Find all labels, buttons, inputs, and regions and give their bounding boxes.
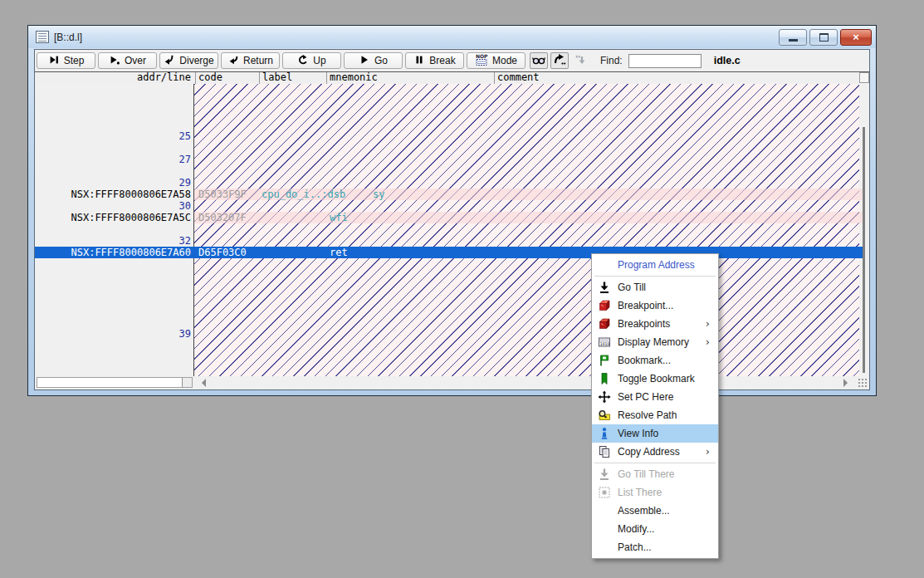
minimize-icon [789, 39, 798, 42]
scroll-right-arrow[interactable] [843, 379, 848, 387]
menu-item-label: Toggle Bookmark [618, 373, 695, 385]
scrollbar-top-box[interactable] [859, 72, 869, 83]
menu-item-breakpoint[interactable]: Breakpoint... [592, 296, 718, 315]
menu-item-toggle-bookmark[interactable]: Toggle Bookmark [592, 370, 718, 388]
vertical-scrollbar-thumb[interactable] [863, 127, 865, 373]
toolbar-button-go[interactable]: Go [344, 52, 403, 69]
menu-item-label: Go Till [618, 282, 646, 293]
toolbar-icon-buttons [530, 52, 589, 69]
submenu-arrow-icon: › [706, 317, 710, 330]
submenu-arrow-icon: › [706, 336, 710, 348]
source-line-row[interactable]: 25 [35, 130, 863, 142]
menu-item-label: Breakpoint... [618, 300, 673, 311]
toolbar-button-label: Mode [492, 55, 517, 66]
close-button[interactable]: × [840, 29, 872, 46]
menu-item-label: List There [618, 487, 662, 498]
menu-item-go-till[interactable]: Go Till [592, 278, 718, 296]
bottom-scrollbar-row [35, 376, 869, 389]
copy-address-icon [598, 445, 611, 458]
menu-item-view-info[interactable]: View Info [592, 424, 718, 443]
source-line-row[interactable]: 30 [35, 200, 863, 212]
toolbar-button-label: Break [429, 55, 455, 66]
context-menu: Program Address Go TillBreakpoint...Brea… [591, 253, 719, 559]
find-input[interactable] [628, 54, 702, 68]
address-column-scrollbar-thumb[interactable] [182, 378, 192, 387]
menu-item-resolve-path[interactable]: Resolve Path [592, 406, 718, 424]
column-header-mnemonic: mnemonic [330, 72, 378, 83]
column-header-label: label [262, 72, 292, 83]
source-line-row[interactable]: 39 [35, 328, 863, 340]
breakpoints-icon [598, 317, 611, 331]
menu-item-patch[interactable]: Patch... [592, 538, 718, 556]
breakpoint-icon [598, 299, 611, 312]
break-icon [413, 54, 425, 68]
go-till-disabled-icon [598, 468, 611, 481]
toolbar-button-mode[interactable]: NOPMode [467, 52, 526, 69]
source-line-row[interactable]: 27 [35, 154, 863, 165]
glasses-icon [532, 53, 545, 69]
menu-item-display-memory[interactable]: 1010Display Memory› [592, 333, 718, 351]
toolbar: StepOverDivergeReturnUpGoBreakNOPMode Fi… [35, 50, 869, 71]
find-glasses-button[interactable] [530, 52, 548, 69]
disassembly-listing: addr/linecodelabelmnemoniccomment 252729… [35, 71, 869, 389]
instruction-address: NSX:FFFF8000806E7A60 [35, 247, 191, 258]
no-icon [598, 541, 611, 554]
menu-item-modify[interactable]: Modify... [592, 520, 718, 538]
descend-button [571, 52, 589, 69]
menu-item-label: Modify... [618, 523, 654, 535]
instruction-text: D65F03C0 [198, 247, 247, 258]
instruction-text: ret [330, 247, 348, 258]
menu-item-breakpoints[interactable]: Breakpoints› [592, 315, 718, 333]
menu-item-label: Go Till There [618, 468, 674, 480]
column-separator [259, 72, 260, 84]
scroll-left-arrow[interactable] [202, 379, 206, 387]
list-there-disabled-icon [598, 486, 611, 499]
source-line-row[interactable]: 32 [35, 235, 863, 247]
toolbar-button-diverge[interactable]: Diverge [159, 52, 218, 69]
selected-instruction-row[interactable]: NSX:FFFF8000806E7A60D65F03C0ret [35, 247, 863, 258]
menu-item-label: Patch... [618, 541, 652, 553]
bookmark-icon [598, 354, 611, 367]
line-number: 29 [35, 177, 191, 189]
menu-separator [594, 463, 716, 463]
maximize-button[interactable] [809, 29, 838, 46]
display-memory-icon: 1010 [598, 336, 611, 349]
toolbar-button-return[interactable]: Return [221, 52, 280, 69]
column-header-addr-line: addr/line [35, 72, 191, 83]
menu-item-label: Copy Address [618, 446, 680, 458]
toolbar-button-step[interactable]: Step [37, 52, 95, 69]
window-controls: × [779, 29, 872, 46]
minimize-button[interactable] [779, 29, 807, 46]
menu-item-assemble[interactable]: Assemble... [592, 502, 718, 520]
instruction-row[interactable]: NSX:FFFF8000806E7A5CD503207Fwfi [194, 212, 863, 223]
toolbar-button-over[interactable]: Over [98, 52, 157, 69]
window-resize-grip[interactable] [858, 379, 868, 388]
client-area: StepOverDivergeReturnUpGoBreakNOPMode Fi… [34, 49, 870, 390]
go-till-icon [598, 281, 611, 294]
menu-item-label: Resolve Path [618, 409, 677, 421]
source-line-row[interactable]: 29 [35, 177, 863, 189]
menu-item-copy-address[interactable]: Copy Address› [592, 443, 718, 461]
toolbar-button-up[interactable]: Up [282, 52, 341, 69]
menu-item-list-there: List There [592, 483, 718, 502]
go-to-top-button[interactable] [550, 52, 569, 69]
instruction-opcode: D5033F9F [198, 189, 247, 200]
title-bar[interactable]: [B::d.l] × [28, 26, 876, 48]
menu-item-set-pc-here[interactable]: Set PC Here [592, 388, 718, 406]
toolbar-button-break[interactable]: Break [405, 52, 464, 69]
column-header-comment: comment [497, 72, 540, 83]
line-number: 27 [35, 154, 191, 165]
address-column-scrollbar[interactable] [37, 377, 193, 388]
instruction-address: NSX:FFFF8000806E7A58 [35, 189, 191, 200]
instruction-row[interactable]: NSX:FFFF8000806E7A58D5033F9Fcpu_do_i..:d… [194, 189, 863, 200]
menu-item-bookmark[interactable]: Bookmark... [592, 351, 718, 370]
menu-item-label: Set PC Here [618, 391, 673, 403]
instruction-address: NSX:FFFF8000806E7A5C [35, 212, 191, 223]
toolbar-button-label: Over [125, 55, 146, 66]
go-icon [359, 54, 370, 68]
instruction-text: sy [373, 189, 384, 200]
svg-text:NOP: NOP [476, 53, 488, 59]
horizontal-scrollbar[interactable] [195, 376, 869, 389]
maximize-icon [819, 33, 829, 42]
diverge-icon [164, 54, 175, 68]
